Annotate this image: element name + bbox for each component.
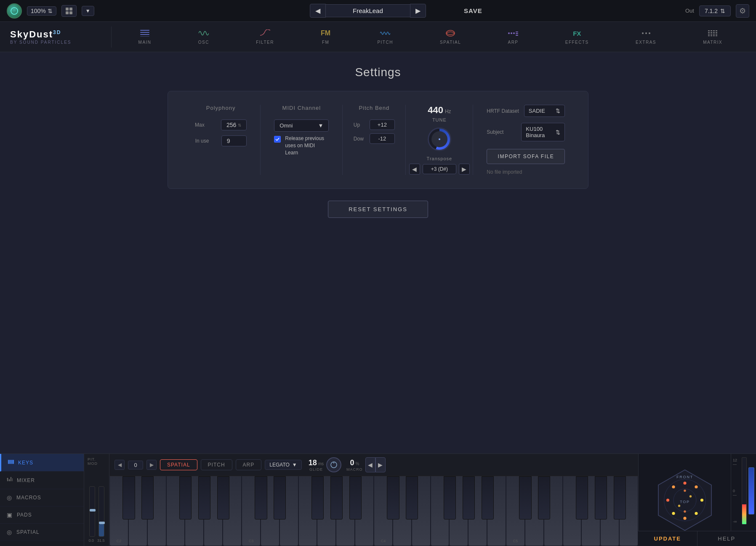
black-key[interactable] xyxy=(255,476,267,519)
tab-effects[interactable]: FX EFFECTS xyxy=(559,25,596,49)
grid-icon-btn[interactable] xyxy=(61,5,77,17)
black-key[interactable] xyxy=(311,476,324,519)
macro-increase-button[interactable]: ▶ xyxy=(375,457,386,472)
black-key[interactable] xyxy=(141,476,154,519)
preset-prev-button[interactable]: ◀ xyxy=(310,4,326,18)
preset-name: FreakLead xyxy=(326,4,410,17)
polyphony-max-value[interactable]: 256 ⇅ xyxy=(221,119,247,130)
tab-filter[interactable]: FILTER xyxy=(249,25,281,49)
black-key[interactable] xyxy=(274,476,286,519)
macro-decrease-button[interactable]: ◀ xyxy=(365,457,375,472)
tab-fm[interactable]: FM FM xyxy=(314,25,337,49)
svg-point-60 xyxy=(666,498,669,501)
tab-main[interactable]: MAIN xyxy=(132,25,158,49)
preset-navigator: ◀ FreakLead ▶ xyxy=(284,4,452,18)
mixer-icon xyxy=(7,477,13,484)
svg-point-54 xyxy=(683,481,686,484)
black-key[interactable] xyxy=(576,476,588,519)
pitch-slider-thumb[interactable] xyxy=(90,509,96,512)
reset-settings-button[interactable]: RESET SETTINGS xyxy=(328,201,428,218)
svg-rect-41 xyxy=(7,478,8,481)
black-key[interactable] xyxy=(406,476,418,519)
top-bar: 100% ⇅ ▼ ◀ FreakLead ▶ SAVE Out 7.1.2 ⇅ … xyxy=(0,0,756,22)
tab-pitch[interactable]: PITCH xyxy=(370,25,400,49)
black-key[interactable] xyxy=(463,476,475,519)
keyboard-next-button[interactable]: ▶ xyxy=(146,460,157,470)
keyboard-tab-pitch[interactable]: PITCH xyxy=(201,459,232,470)
legato-dropdown[interactable]: LEGATO ▼ xyxy=(265,460,301,470)
black-key[interactable] xyxy=(519,476,531,519)
svg-rect-31 xyxy=(716,34,717,34)
black-key[interactable] xyxy=(595,476,607,519)
tune-dot xyxy=(439,138,440,140)
midi-channel-select[interactable]: Omni ▼ xyxy=(274,119,329,132)
glide-knob[interactable] xyxy=(326,457,341,472)
svg-rect-33 xyxy=(711,35,712,36)
tab-spatial[interactable]: SPATIAL xyxy=(433,25,468,49)
svg-rect-36 xyxy=(8,460,9,464)
pitch-bend-down-value[interactable]: -12 xyxy=(370,133,395,144)
transpose-next-button[interactable]: ▶ xyxy=(459,164,470,175)
sidebar-item-mixer[interactable]: MIXER xyxy=(0,472,84,489)
black-key[interactable] xyxy=(198,476,210,519)
vu-slider[interactable] xyxy=(748,467,754,514)
svg-rect-25 xyxy=(711,32,712,33)
keyboard-tab-arp[interactable]: ARP xyxy=(236,459,262,470)
black-key[interactable] xyxy=(349,476,362,519)
settings-gear-icon[interactable]: ⚙ xyxy=(736,4,749,18)
hrtf-subject-row: Subject KU100 Binaura ⇅ xyxy=(487,123,565,141)
black-key[interactable] xyxy=(482,476,494,519)
keyboard-tab-spatial[interactable]: SPATIAL xyxy=(160,459,197,470)
sidebar-item-spatial[interactable]: ◎ SPATIAL xyxy=(0,524,84,541)
pitch-bend-title: Pitch Bend xyxy=(359,105,389,111)
sidebar-item-macros[interactable]: ◎ MACROS xyxy=(0,489,84,506)
app-logo xyxy=(7,3,22,19)
tab-osc[interactable]: OSC xyxy=(192,25,216,49)
pitch-bend-up-value[interactable]: +12 xyxy=(370,119,395,130)
tune-knob[interactable] xyxy=(428,127,451,151)
pitch-slider-track[interactable] xyxy=(89,486,95,537)
mod-slider-thumb[interactable] xyxy=(99,522,105,524)
tab-extras[interactable]: EXTRAS xyxy=(629,25,663,49)
sidebar-item-pads[interactable]: ▣ PADS xyxy=(0,506,84,524)
sidebar-spatial-label: SPATIAL xyxy=(16,529,40,535)
transpose-prev-button[interactable]: ◀ xyxy=(409,164,420,175)
tab-matrix[interactable]: MATRIX xyxy=(696,25,729,49)
zoom-control[interactable]: 100% ⇅ xyxy=(27,6,56,16)
black-key[interactable] xyxy=(387,476,399,519)
hrtf-subject-arrow-icon: ⇅ xyxy=(556,129,560,135)
black-key[interactable] xyxy=(217,476,229,519)
svg-rect-34 xyxy=(713,35,715,36)
zoom-arrows[interactable]: ⇅ xyxy=(48,8,53,14)
black-key[interactable] xyxy=(444,476,456,519)
transpose-row: ◀ +3 (D#) ▶ xyxy=(409,164,470,175)
polyphony-arrows[interactable]: ⇅ xyxy=(238,123,241,127)
svg-rect-35 xyxy=(716,35,717,36)
mod-slider-track[interactable] xyxy=(98,486,104,537)
midi-learn-checkbox[interactable] xyxy=(274,136,281,143)
black-key[interactable] xyxy=(330,476,343,519)
sidebar-keys-label: KEYS xyxy=(18,460,33,466)
sidebar-item-keys[interactable]: KEYS xyxy=(0,454,84,472)
help-button[interactable]: HELP xyxy=(697,531,756,546)
transpose-value: +3 (D#) xyxy=(423,164,456,174)
update-button[interactable]: UPDATE xyxy=(638,531,697,546)
tune-hz-value: 440 xyxy=(428,105,443,116)
black-key[interactable] xyxy=(614,476,626,519)
keyboard-prev-button[interactable]: ◀ xyxy=(114,460,125,470)
svg-point-58 xyxy=(683,517,686,519)
hrtf-subject-select[interactable]: KU100 Binaura ⇅ xyxy=(521,123,565,141)
svg-rect-14 xyxy=(516,32,518,32)
dropdown-arrow-btn[interactable]: ▼ xyxy=(82,6,94,16)
preset-next-button[interactable]: ▶ xyxy=(410,4,426,18)
black-key[interactable] xyxy=(179,476,192,519)
tab-arp[interactable]: ARP xyxy=(501,25,525,49)
svg-rect-22 xyxy=(713,30,715,31)
svg-rect-24 xyxy=(708,32,710,33)
save-button[interactable]: SAVE xyxy=(457,7,489,14)
black-key[interactable] xyxy=(122,476,135,519)
black-key[interactable] xyxy=(538,476,550,519)
import-sofa-button[interactable]: IMPORT SOFA FILE xyxy=(487,149,565,164)
out-value[interactable]: 7.1.2 ⇅ xyxy=(699,5,731,16)
hrtf-dataset-select[interactable]: SADIE ⇅ xyxy=(524,105,565,117)
